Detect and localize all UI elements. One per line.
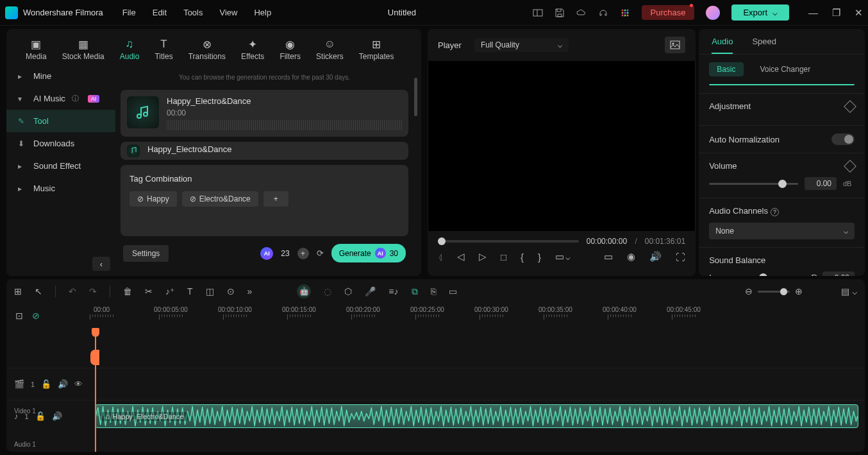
audio-track[interactable]: ♪1 🔓 🔊 ♫Happy_Electro&Dance xyxy=(6,400,865,432)
clip-preview[interactable]: ♫Happy_Electro&Dan... xyxy=(709,84,855,85)
mic-button[interactable]: 🎤 xyxy=(365,286,376,296)
cloud-icon[interactable] xyxy=(576,8,587,18)
tag-happy[interactable]: ⊘Happy xyxy=(129,191,177,207)
tab-stock-media[interactable]: ▦Stock Media xyxy=(56,34,111,65)
channels-select[interactable]: None⌵ xyxy=(709,223,855,239)
snapshot-button[interactable] xyxy=(665,37,685,53)
view-options-button[interactable]: ▤ ⌵ xyxy=(841,286,857,296)
menu-view[interactable]: View xyxy=(219,8,237,17)
generated-track[interactable]: Happy_Electro&Dance 00:00 xyxy=(121,90,408,137)
video-track-body[interactable] xyxy=(90,368,865,400)
stop-button[interactable]: □ xyxy=(501,252,506,262)
redo-button[interactable]: ↷ xyxy=(89,286,97,296)
quality-select[interactable]: Full Quality⌵ xyxy=(474,38,569,52)
lock-icon[interactable]: 🔓 xyxy=(41,379,51,389)
visibility-icon[interactable]: 👁 xyxy=(74,379,83,389)
tab-media[interactable]: ▣Media xyxy=(19,34,53,65)
tab-templates[interactable]: ⊞Templates xyxy=(353,34,401,65)
purchase-button[interactable]: Purchase xyxy=(642,5,695,20)
minimize-button[interactable]: — xyxy=(808,7,818,19)
collapse-sidebar-button[interactable]: ‹ xyxy=(92,257,110,271)
link-button[interactable]: ⎘ xyxy=(431,286,436,296)
delete-button[interactable]: 🗑 xyxy=(123,286,132,296)
marker-button[interactable]: ⬡ xyxy=(344,286,352,296)
menu-tools[interactable]: Tools xyxy=(183,8,203,17)
settings-button[interactable]: Settings xyxy=(123,245,169,262)
text-button[interactable]: T xyxy=(187,286,193,296)
menu-file[interactable]: File xyxy=(122,8,136,17)
mark-out-button[interactable]: } xyxy=(538,252,541,262)
zoom-in-button[interactable]: ⊕ xyxy=(795,286,803,296)
refresh-button[interactable]: ⟳ xyxy=(317,248,324,258)
save-icon[interactable] xyxy=(555,8,565,18)
close-button[interactable]: ✕ xyxy=(855,7,863,19)
playhead[interactable] xyxy=(95,328,96,452)
track-header-toggle[interactable]: ⊡ xyxy=(15,311,23,321)
volume-value[interactable]: 0.00 xyxy=(805,177,837,190)
timeline-ruler[interactable]: ⊡ ⊘ 00:0000:00:05:0000:00:10:0000:00:15:… xyxy=(6,304,865,328)
zoom-slider[interactable] xyxy=(758,291,790,293)
layout-icon[interactable] xyxy=(533,8,543,18)
tab-titles[interactable]: TTitles xyxy=(148,34,179,65)
auto-norm-toggle[interactable] xyxy=(831,133,855,145)
tab-audio-props[interactable]: Audio xyxy=(712,37,733,54)
mark-in-button[interactable]: { xyxy=(521,252,524,262)
maximize-button[interactable]: ❐ xyxy=(832,7,840,19)
track-settings-button[interactable]: ≡♪ xyxy=(388,286,398,296)
more-button[interactable]: » xyxy=(247,286,253,296)
sidebar-item-mine[interactable]: ▸Mine xyxy=(6,65,115,87)
tag-electro-dance[interactable]: ⊘Electro&Dance xyxy=(182,191,258,207)
keyframe-toggle[interactable] xyxy=(844,160,856,173)
menu-edit[interactable]: Edit xyxy=(153,8,167,17)
subtab-basic[interactable]: Basic xyxy=(709,62,743,76)
play-button[interactable]: ▷ xyxy=(479,251,487,262)
camera-button[interactable]: ◉ xyxy=(627,251,635,262)
select-button[interactable]: ↖ xyxy=(35,286,42,296)
display-button[interactable]: ▭ xyxy=(604,251,613,262)
tab-transitions[interactable]: ⊗Transitions xyxy=(182,34,232,65)
content-scrollbar[interactable] xyxy=(414,78,417,116)
add-tag-button[interactable]: + xyxy=(263,191,288,207)
volume-slider[interactable] xyxy=(709,183,798,185)
mute-icon[interactable]: 🔊 xyxy=(52,411,62,421)
volume-button[interactable]: 🔊 xyxy=(649,251,662,262)
balance-value[interactable]: 0.00 xyxy=(822,271,855,277)
mute-icon[interactable]: 🔊 xyxy=(58,379,68,389)
zoom-out-button[interactable]: ⊖ xyxy=(745,286,753,296)
ai-robot-button[interactable]: 🤖 xyxy=(297,284,311,298)
fullscreen-button[interactable]: ⛶ xyxy=(676,252,685,262)
sidebar-item-ai-music[interactable]: ▾AI MusicⓘAI xyxy=(6,87,115,110)
menu-help[interactable]: Help xyxy=(254,8,271,17)
record-button[interactable]: ◌ xyxy=(324,286,331,296)
crop-button[interactable]: ◫ xyxy=(206,286,214,296)
sidebar-item-tool[interactable]: ✎Tool xyxy=(6,110,115,132)
video-track[interactable]: 🎬1 🔓 🔊 👁 xyxy=(6,368,865,400)
keyframe-toggle[interactable] xyxy=(844,100,856,113)
split-button[interactable]: ✂ xyxy=(145,286,153,296)
magnet-button[interactable]: ⧉ xyxy=(412,286,418,297)
tab-speed-props[interactable]: Speed xyxy=(752,37,776,54)
undo-button[interactable]: ↶ xyxy=(69,286,76,296)
audio-clip[interactable]: ♫Happy_Electro&Dance xyxy=(95,404,858,428)
step-back-button[interactable]: ◁ xyxy=(457,251,465,262)
sidebar-item-downloads[interactable]: ⬇Downloads xyxy=(6,132,115,155)
sidebar-item-music[interactable]: ▸Music xyxy=(6,177,115,200)
help-icon[interactable]: ? xyxy=(771,208,779,216)
grid-button[interactable]: ⊞ xyxy=(14,286,22,296)
progress-bar[interactable] xyxy=(438,240,579,243)
audio-track-body[interactable]: ♫Happy_Electro&Dance xyxy=(90,400,865,432)
generate-button[interactable]: GenerateAI30 xyxy=(331,244,406,262)
lock-icon[interactable]: 🔓 xyxy=(35,411,46,421)
video-preview[interactable] xyxy=(428,61,696,231)
export-button[interactable]: Export⌵ xyxy=(731,4,789,21)
aspect-button[interactable]: ▭⌵ xyxy=(555,251,571,262)
add-credits-button[interactable]: + xyxy=(297,248,309,259)
tab-effects[interactable]: ✦Effects xyxy=(235,34,271,65)
speed-button[interactable]: ⊙ xyxy=(227,286,235,296)
user-avatar[interactable] xyxy=(706,6,720,20)
render-button[interactable]: ▭ xyxy=(449,286,457,296)
prev-frame-button[interactable]: ⦉ xyxy=(438,252,443,262)
music-tools-button[interactable]: ♪⁺ xyxy=(165,286,174,296)
tab-filters[interactable]: ◉Filters xyxy=(273,34,307,65)
headphone-icon[interactable] xyxy=(598,8,608,18)
